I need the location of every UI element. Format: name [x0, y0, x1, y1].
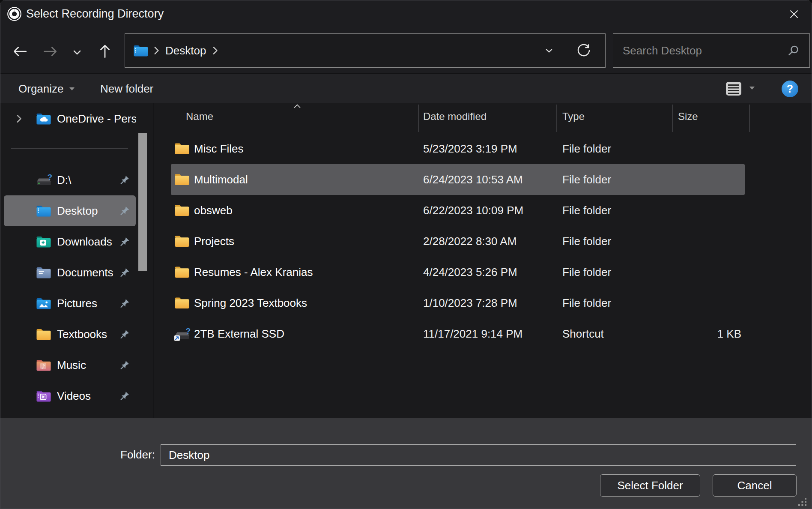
cancel-button[interactable]: Cancel	[713, 474, 797, 497]
expand-chevron-icon[interactable]	[14, 114, 24, 123]
chevron-down-icon	[71, 46, 84, 59]
column-divider[interactable]	[672, 105, 673, 132]
breadcrumb-desktop[interactable]: Desktop	[164, 44, 208, 57]
folder-field-label: Folder:	[120, 448, 155, 461]
sidebar-item-pictures[interactable]: Pictures	[4, 288, 136, 319]
address-location-icon	[133, 44, 149, 57]
title-bar: Select Recording Directory	[0, 0, 812, 27]
file-icon	[174, 173, 190, 186]
address-dropdown-button[interactable]	[541, 45, 557, 57]
column-header-row: Name Date modified Type Size	[158, 103, 812, 133]
sort-ascending-icon	[293, 104, 302, 109]
column-header-type[interactable]: Type	[562, 111, 585, 123]
file-row[interactable]: obsweb 6/22/2023 10:09 PM File folder	[171, 195, 745, 226]
sidebar-item-icon: ?	[36, 173, 54, 187]
sidebar-item-textbooks[interactable]: Textbooks	[4, 319, 136, 350]
file-row[interactable]: Resumes - Alex Kranias 4/24/2023 5:26 PM…	[171, 257, 745, 287]
file-row[interactable]: ? 2TB External SSD 11/17/2021 9:14 PM Sh…	[171, 318, 745, 349]
column-header-name[interactable]: Name	[186, 111, 213, 123]
file-type: File folder	[562, 266, 611, 279]
organize-button[interactable]: Organize	[18, 74, 75, 103]
resize-grip[interactable]	[798, 497, 808, 508]
sidebar-item-desktop[interactable]: Desktop	[4, 195, 136, 226]
pin-icon	[120, 391, 130, 401]
file-row[interactable]: Spring 2023 Textbooks 1/10/2023 7:28 PM …	[171, 287, 745, 318]
sidebar-item-onedrive-persc[interactable]: OneDrive - Persc	[4, 103, 136, 134]
file-name: Resumes - Alex Kranias	[194, 266, 313, 279]
file-browser: Name Date modified Type Size Misc Files …	[158, 103, 812, 418]
sidebar-scrollbar[interactable]	[138, 133, 147, 271]
file-type: Shortcut	[562, 327, 604, 341]
caret-down-icon	[69, 87, 75, 91]
dialog-footer: Folder: Select Folder Cancel	[0, 418, 812, 509]
sidebar-item-icon	[36, 266, 54, 279]
search-box	[613, 33, 810, 68]
file-type: File folder	[562, 296, 611, 310]
caret-down-icon	[749, 86, 755, 90]
recent-locations-button[interactable]	[70, 45, 84, 59]
window-title: Select Recording Directory	[26, 7, 164, 21]
file-list: Misc Files 5/23/2023 3:19 PM File folder…	[158, 133, 812, 349]
column-divider[interactable]	[418, 105, 419, 132]
refresh-button[interactable]	[573, 42, 594, 59]
search-icon	[787, 44, 800, 57]
sidebar-item-label: OneDrive - Persc	[57, 112, 136, 126]
forward-button[interactable]	[42, 43, 58, 60]
sidebar-item-documents[interactable]: Documents	[4, 257, 136, 288]
search-input[interactable]	[613, 44, 787, 58]
file-name: obsweb	[194, 204, 233, 217]
file-type: File folder	[562, 142, 611, 156]
sidebar-list: OneDrive - Persc ? D:\ Desktop Downloads…	[0, 103, 153, 411]
sidebar-item-icon: ♪	[36, 359, 54, 372]
file-row[interactable]: Projects 2/28/2022 8:30 AM File folder	[171, 226, 745, 257]
list-view-icon	[724, 80, 743, 97]
up-button[interactable]	[97, 43, 113, 60]
back-arrow-icon	[12, 43, 28, 60]
file-name: Misc Files	[194, 142, 244, 156]
navigation-bar: Desktop	[0, 27, 812, 73]
address-bar[interactable]: Desktop	[125, 33, 606, 68]
file-name: Multimodal	[194, 173, 248, 186]
svg-text:?: ?	[186, 326, 191, 335]
file-size: 1 KB	[672, 327, 741, 341]
view-options-dropdown[interactable]	[749, 86, 755, 90]
obs-logo-icon	[7, 6, 22, 21]
file-icon	[174, 235, 190, 248]
help-button[interactable]: ?	[782, 81, 798, 97]
column-divider[interactable]	[749, 105, 750, 132]
column-divider[interactable]	[556, 105, 557, 132]
sidebar-item-d[interactable]: ? D:\	[4, 165, 136, 195]
back-button[interactable]	[12, 43, 28, 60]
new-folder-button[interactable]: New folder	[100, 74, 153, 103]
column-header-size[interactable]: Size	[678, 111, 698, 123]
close-button[interactable]	[784, 5, 804, 24]
pin-icon	[120, 237, 130, 247]
file-row[interactable]: Misc Files 5/23/2023 3:19 PM File folder	[171, 133, 745, 164]
sidebar-item-videos[interactable]: Videos	[4, 380, 136, 411]
breadcrumb-chevron-icon	[153, 46, 159, 55]
sidebar-item-music[interactable]: ♪ Music	[4, 350, 136, 380]
svg-text:?: ?	[48, 173, 53, 182]
sidebar-item-icon	[36, 328, 54, 341]
change-view-button[interactable]	[724, 80, 743, 97]
column-header-date-modified[interactable]: Date modified	[423, 111, 487, 123]
sidebar-item-icon	[36, 204, 54, 218]
file-name: 2TB External SSD	[194, 327, 284, 341]
file-date-modified: 1/10/2023 7:28 PM	[423, 296, 517, 310]
select-folder-button[interactable]: Select Folder	[600, 474, 700, 497]
sidebar-item-icon	[36, 297, 54, 310]
file-row[interactable]: Multimodal 6/24/2023 10:53 AM File folde…	[171, 164, 745, 195]
file-type: File folder	[562, 173, 611, 186]
sidebar-item-downloads[interactable]: Downloads	[4, 226, 136, 257]
file-type: File folder	[562, 235, 611, 248]
dialog-content: OneDrive - Persc ? D:\ Desktop Downloads…	[0, 103, 812, 418]
sidebar-item-icon	[36, 389, 54, 403]
file-icon	[174, 142, 190, 156]
sidebar-item-icon	[36, 112, 54, 126]
folder-name-input[interactable]	[161, 444, 796, 466]
file-icon	[174, 296, 190, 310]
file-name: Projects	[194, 235, 234, 248]
pin-icon	[120, 175, 130, 185]
file-type: File folder	[562, 204, 611, 217]
pin-icon	[120, 268, 130, 278]
